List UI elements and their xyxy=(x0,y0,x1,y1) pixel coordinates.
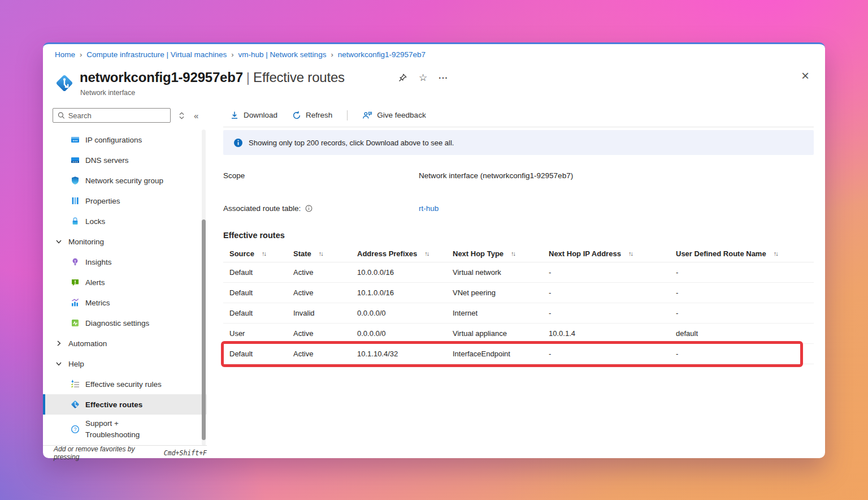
support-icon: ? xyxy=(71,425,80,434)
breadcrumb-virtual-machines[interactable]: Compute infrastructure | Virtual machine… xyxy=(86,50,227,59)
sidebar-search-row: « xyxy=(53,108,198,123)
sidebar-item-dns-servers[interactable]: DNS servers xyxy=(43,150,207,170)
column-header-address-prefixes[interactable]: Address Prefixes↑↓ xyxy=(351,249,446,258)
column-header-source[interactable]: Source↑↓ xyxy=(223,249,287,258)
sidebar-item-network-security-group[interactable]: Network security group xyxy=(43,170,207,191)
breadcrumb: Home › Compute infrastructure | Virtual … xyxy=(55,50,426,59)
breadcrumb-home[interactable]: Home xyxy=(55,50,75,59)
star-icon[interactable]: ☆ xyxy=(419,73,427,83)
scope-row: Scope Network interface (networkconfig1-… xyxy=(223,167,814,183)
sidebar-group-label: Help xyxy=(68,360,84,368)
search-input-wrapper[interactable] xyxy=(53,108,171,123)
sidebar-item-label: Alerts xyxy=(85,278,105,287)
sidebar-item-label: Effective routes xyxy=(85,400,142,409)
download-button[interactable]: Download xyxy=(230,111,277,120)
sidebar-group-label: Monitoring xyxy=(68,238,104,246)
search-input[interactable] xyxy=(68,111,166,120)
table-row-highlighted: DefaultActive10.1.10.4/32InterfaceEndpoi… xyxy=(223,344,814,364)
desktop-background: { "breadcrumb": { "items": ["Home", "Com… xyxy=(0,0,868,500)
download-label: Download xyxy=(244,111,277,119)
info-tooltip-icon[interactable] xyxy=(305,205,313,212)
sidebar-group-label: Automation xyxy=(68,339,107,348)
scope-label: Scope xyxy=(223,171,419,180)
sidebar-item-insights[interactable]: Insights xyxy=(43,252,207,272)
sidebar-scrollbar-thumb[interactable] xyxy=(202,219,206,440)
info-icon xyxy=(233,138,243,148)
command-bar: Download Refresh Give feedback xyxy=(223,104,814,127)
expand-collapse-all-icon[interactable] xyxy=(179,111,185,120)
sidebar-item-effective-routes[interactable]: Effective routes xyxy=(43,394,207,415)
page-title-resource: networkconfig1-92957eb7 xyxy=(80,70,243,85)
sidebar-item-effective-security-rules[interactable]: Effective security rules xyxy=(43,374,207,394)
sidebar-item-label: Support + Troubleshooting xyxy=(85,418,164,440)
ellipsis-menu-icon[interactable]: ··· xyxy=(439,74,448,83)
chevron-right-icon: › xyxy=(80,50,82,59)
favorites-hint: Add or remove favorites by pressing Cmd+… xyxy=(43,445,207,460)
give-feedback-button[interactable]: Give feedback xyxy=(362,111,426,120)
sort-icon: ↑↓ xyxy=(511,250,515,257)
column-header-next-hop-type[interactable]: Next Hop Type↑↓ xyxy=(446,249,542,258)
sort-icon: ↑↓ xyxy=(774,250,778,257)
page-title: networkconfig1-92957eb7|Effective routes xyxy=(80,70,345,85)
breadcrumb-network-settings[interactable]: vm-hub | Network settings xyxy=(238,50,327,59)
sidebar-item-label: Effective security rules xyxy=(85,380,162,389)
page-title-separator: | xyxy=(243,70,253,85)
collapse-sidebar-icon[interactable]: « xyxy=(194,111,198,120)
sidebar-item-label: Network security group xyxy=(85,176,163,185)
metrics-icon xyxy=(71,298,80,307)
routes-section-title: Effective routes xyxy=(223,231,814,240)
refresh-icon xyxy=(292,111,301,120)
route-table-row: Associated route table: rt-hub xyxy=(223,200,814,216)
pin-icon[interactable] xyxy=(398,73,407,83)
column-header-udr-name[interactable]: User Defined Route Name↑↓ xyxy=(670,249,814,258)
feedback-label: Give feedback xyxy=(377,111,426,119)
sidebar-item-metrics[interactable]: Metrics xyxy=(43,292,207,313)
sidebar-item-diagnostic-settings[interactable]: Diagnostic settings xyxy=(43,313,207,333)
sort-icon: ↑↓ xyxy=(319,250,323,257)
network-interface-routes-icon xyxy=(55,74,74,93)
route-table-label: Associated route table: xyxy=(223,204,301,213)
diagnostic-settings-icon xyxy=(71,318,80,327)
scope-value: Network interface (networkconfig1-92957e… xyxy=(419,171,814,180)
sidebar-item-alerts[interactable]: Alerts xyxy=(43,272,207,292)
azure-portal-blade: Home › Compute infrastructure | Virtual … xyxy=(43,42,825,458)
shield-icon xyxy=(71,176,80,185)
refresh-button[interactable]: Refresh xyxy=(292,111,332,120)
refresh-label: Refresh xyxy=(306,111,332,119)
table-row: DefaultInvalid0.0.0.0/0Internet-- xyxy=(223,303,814,324)
column-header-next-hop-ip[interactable]: Next Hop IP Address↑↓ xyxy=(542,249,670,258)
sidebar-item-label: Insights xyxy=(85,258,112,266)
effective-security-rules-icon xyxy=(71,380,80,389)
table-header-row: Source↑↓ State↑↓ Address Prefixes↑↓ Next… xyxy=(223,245,814,262)
sidebar-item-ip-configurations[interactable]: IP configurations xyxy=(43,130,207,150)
column-header-state[interactable]: State↑↓ xyxy=(287,249,351,258)
sidebar-group-help[interactable]: Help xyxy=(43,354,207,374)
table-row: DefaultActive10.0.0.0/16Virtual network-… xyxy=(223,262,814,283)
chevron-right-icon: › xyxy=(331,50,333,59)
search-icon xyxy=(58,111,65,119)
chevron-right-icon xyxy=(55,340,62,347)
chevron-down-icon xyxy=(55,238,62,245)
route-table-label-wrap: Associated route table: xyxy=(223,204,419,213)
sidebar-item-properties[interactable]: Properties xyxy=(43,191,207,211)
info-banner: Showing only top 200 records, click Down… xyxy=(223,130,814,155)
sort-icon: ↑↓ xyxy=(628,250,632,257)
dns-servers-icon xyxy=(71,156,80,165)
sidebar-group-monitoring[interactable]: Monitoring xyxy=(43,231,207,252)
close-icon[interactable]: × xyxy=(801,70,809,81)
route-table-link[interactable]: rt-hub xyxy=(419,204,814,213)
sidebar-item-support-troubleshooting[interactable]: ? Support + Troubleshooting xyxy=(43,415,207,444)
effective-routes-table: Source↑↓ State↑↓ Address Prefixes↑↓ Next… xyxy=(223,245,814,364)
sidebar-item-label: Metrics xyxy=(85,299,110,307)
download-icon xyxy=(230,111,239,120)
page-title-blade: Effective routes xyxy=(253,70,345,85)
sort-icon: ↑↓ xyxy=(424,250,428,257)
alerts-icon xyxy=(71,278,80,287)
sidebar-group-automation[interactable]: Automation xyxy=(43,333,207,354)
lock-icon xyxy=(71,217,80,226)
sidebar: « IP configurations DNS servers xyxy=(43,104,207,460)
svg-text:?: ? xyxy=(73,426,76,432)
breadcrumb-networkconfig[interactable]: networkconfig1-92957eb7 xyxy=(338,50,426,59)
favorites-hint-shortcut: Cmd+Shift+F xyxy=(164,449,207,457)
sidebar-item-locks[interactable]: Locks xyxy=(43,211,207,231)
